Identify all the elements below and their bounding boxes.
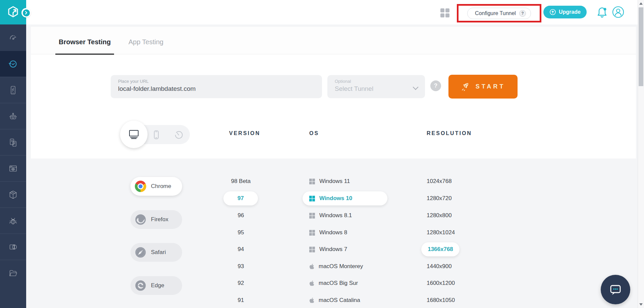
left-sidebar bbox=[0, 24, 26, 308]
tab-browser-testing[interactable]: Browser Testing bbox=[59, 38, 111, 46]
lambdatest-realtime-testing-screen: Configure Tunnel ? Upgrade bbox=[0, 0, 644, 308]
browser-option-chrome[interactable]: Chrome bbox=[130, 177, 182, 196]
tab-bar: Browser Testing App Testing bbox=[31, 27, 636, 54]
os-option-macos-catalina[interactable]: macOS Catalina bbox=[303, 293, 387, 307]
os-option-windows-10-selected[interactable]: Windows 10 bbox=[303, 191, 387, 205]
timer-clock-icon bbox=[173, 129, 184, 140]
sidebar-item-bug-tracker[interactable] bbox=[0, 207, 26, 234]
sidebar-item-projects[interactable] bbox=[0, 260, 26, 286]
configure-tunnel-label: Configure Tunnel bbox=[475, 10, 516, 16]
version-option[interactable]: 93 bbox=[215, 259, 267, 273]
resolution-option[interactable]: 1680x1050 bbox=[427, 293, 484, 307]
os-option-macos-big-sur[interactable]: macOS Big Sur bbox=[303, 276, 387, 290]
version-option[interactable]: 98 Beta bbox=[215, 174, 267, 188]
sidebar-item-visual-testing[interactable] bbox=[0, 155, 26, 181]
windows-icon bbox=[309, 179, 315, 184]
mobile-phone-icon bbox=[151, 129, 161, 140]
sidebar-item-dashboard[interactable] bbox=[0, 24, 26, 51]
firefox-logo-icon bbox=[135, 214, 146, 225]
toggle-mobile-option[interactable] bbox=[151, 129, 162, 140]
url-input[interactable]: Place your URL local-folder.lambdatest.c… bbox=[111, 75, 322, 98]
os-option-windows-8-1[interactable]: Windows 8.1 bbox=[303, 208, 387, 223]
apps-grid-icon[interactable] bbox=[440, 8, 449, 17]
tunnel-help-icon[interactable]: ? bbox=[430, 80, 441, 91]
desktop-monitor-icon bbox=[128, 129, 140, 140]
toggle-desktop-option[interactable] bbox=[120, 121, 148, 148]
column-header-resolution: RESOLUTION bbox=[427, 130, 472, 136]
os-option-macos-monterey[interactable]: macOS Monterey bbox=[303, 259, 387, 273]
version-option-selected[interactable]: 97 bbox=[223, 191, 258, 205]
sidebar-item-app-testing[interactable] bbox=[0, 77, 26, 103]
resolution-option[interactable]: 1280x1024 bbox=[427, 226, 484, 240]
toggle-timer-option[interactable] bbox=[173, 129, 184, 140]
red-annotation-rectangle: Configure Tunnel ? bbox=[457, 4, 541, 22]
configure-tunnel-button[interactable]: Configure Tunnel ? bbox=[467, 8, 531, 19]
column-header-os: OS bbox=[309, 130, 319, 136]
user-avatar-icon[interactable] bbox=[612, 6, 625, 18]
resolution-option[interactable]: 1024x768 bbox=[427, 174, 484, 188]
version-option[interactable]: 91 bbox=[215, 293, 267, 307]
version-option[interactable]: 95 bbox=[215, 226, 267, 240]
tunnel-select-dropdown[interactable]: Optional Select Tunnel bbox=[327, 75, 425, 98]
sidebar-item-automation[interactable] bbox=[0, 103, 26, 129]
resolution-option[interactable]: 1280x800 bbox=[427, 208, 484, 223]
upgrade-button[interactable]: Upgrade bbox=[543, 6, 587, 18]
bug-icon bbox=[8, 216, 18, 226]
contrast-icon bbox=[8, 242, 18, 252]
lambdatest-logo-icon bbox=[6, 5, 20, 19]
chevron-right-icon bbox=[23, 9, 30, 16]
start-button[interactable]: START bbox=[448, 75, 518, 99]
resolution-option[interactable]: 1600x1200 bbox=[427, 276, 484, 290]
robot-icon bbox=[8, 111, 18, 121]
chat-bubble-icon bbox=[608, 282, 623, 297]
start-label: START bbox=[476, 83, 505, 90]
url-input-value: local-folder.lambdatest.com bbox=[118, 85, 315, 93]
devices-icon bbox=[8, 137, 18, 147]
help-badge-icon[interactable]: ? bbox=[519, 10, 526, 17]
browser-option-firefox[interactable]: Firefox bbox=[130, 210, 182, 229]
tab-app-testing[interactable]: App Testing bbox=[128, 38, 163, 46]
windows-icon bbox=[309, 213, 315, 219]
version-option[interactable]: 96 bbox=[215, 208, 267, 223]
os-option-windows-11[interactable]: Windows 11 bbox=[303, 174, 387, 188]
browser-option-edge[interactable]: Edge bbox=[130, 276, 182, 295]
chrome-logo-icon bbox=[135, 181, 146, 192]
box-icon bbox=[8, 190, 18, 200]
resolution-option[interactable]: 1280x720 bbox=[427, 191, 484, 205]
scroll-down-arrow-icon[interactable] bbox=[639, 303, 643, 306]
vertical-scrollbar[interactable] bbox=[638, 0, 644, 308]
upgrade-label: Upgrade bbox=[559, 9, 581, 15]
rocket-icon bbox=[461, 82, 471, 92]
safari-logo-icon bbox=[135, 247, 146, 258]
browser-option-safari[interactable]: Safari bbox=[130, 243, 182, 262]
realtime-clock-icon bbox=[8, 59, 18, 69]
active-tab-underline bbox=[55, 54, 114, 55]
testing-panel: Browser Testing App Testing Place your U… bbox=[31, 27, 636, 159]
sidebar-item-app-automation[interactable] bbox=[0, 129, 26, 155]
windows-icon bbox=[309, 230, 315, 236]
os-option-windows-8[interactable]: Windows 8 bbox=[303, 226, 387, 240]
tunnel-select-placeholder: Select Tunnel bbox=[335, 85, 418, 93]
notifications-bell-icon[interactable] bbox=[596, 5, 609, 19]
apple-icon bbox=[309, 297, 314, 303]
sidebar-item-smart-visual[interactable] bbox=[0, 234, 26, 260]
resolution-option[interactable]: 1440x900 bbox=[427, 259, 484, 273]
windows-icon bbox=[309, 196, 315, 201]
version-option[interactable]: 92 bbox=[215, 276, 267, 290]
column-header-version: VERSION bbox=[229, 130, 260, 136]
browser-eye-icon bbox=[8, 164, 18, 174]
chat-support-button[interactable] bbox=[601, 275, 630, 304]
device-type-toggle bbox=[121, 125, 190, 144]
sidebar-expand-button[interactable] bbox=[21, 8, 31, 17]
scroll-up-arrow-icon[interactable] bbox=[639, 2, 643, 5]
upgrade-arrow-icon bbox=[549, 9, 556, 15]
url-input-label: Place your URL bbox=[118, 79, 315, 84]
sidebar-item-realtime-testing[interactable] bbox=[0, 51, 26, 77]
sidebar-item-hyperexecute[interactable] bbox=[0, 181, 26, 207]
version-option[interactable]: 94 bbox=[215, 242, 267, 256]
resolution-option-selected[interactable]: 1366x768 bbox=[421, 242, 460, 256]
scrollbar-thumb[interactable] bbox=[639, 7, 643, 86]
edge-logo-icon bbox=[135, 280, 146, 291]
os-option-windows-7[interactable]: Windows 7 bbox=[303, 242, 387, 256]
windows-icon bbox=[309, 247, 315, 252]
